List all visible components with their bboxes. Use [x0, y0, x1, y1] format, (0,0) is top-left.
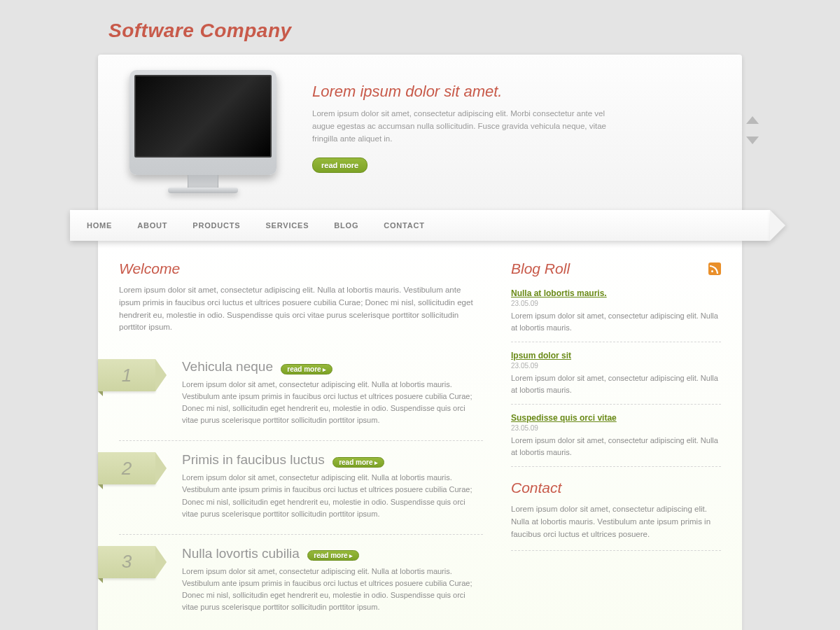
contact-title: Contact: [511, 479, 721, 496]
feature-item: 3 Nulla lovortis cubilia read more Lorem…: [119, 535, 483, 627]
feature-title: Nulla lovortis cubilia: [182, 546, 300, 561]
nav-blog[interactable]: BLOG: [334, 221, 358, 230]
blog-item: Suspedisse quis orci vitae 23.05.09 Lore…: [511, 409, 721, 467]
welcome-body: Lorem ipsum dolor sit amet, consectetur …: [119, 284, 483, 334]
contact-body: Lorem ipsum dolor sit amet, consectetur …: [511, 503, 721, 551]
blog-item-date: 23.05.09: [511, 424, 721, 432]
site-title: Software Company: [108, 20, 840, 42]
hero-body: Lorem ipsum dolor sit amet, consectetur …: [312, 108, 613, 145]
feature-read-more-button[interactable]: read more: [307, 550, 359, 561]
feature-body: Lorem ipsum dolor sit amet, consectetur …: [182, 379, 483, 426]
carousel-up-icon[interactable]: [746, 116, 759, 124]
feature-list: 1 Vehicula neque read more Lorem ipsum d…: [119, 348, 483, 627]
hero-read-more-button[interactable]: read more: [312, 158, 368, 173]
nav-services[interactable]: SERVICES: [265, 221, 309, 230]
feature-title: Vehicula neque: [182, 359, 273, 374]
feature-item: 2 Primis in faucibus luctus read more Lo…: [119, 441, 483, 534]
feature-number-flag: 2: [98, 452, 155, 484]
blog-item-link[interactable]: Ipsum dolor sit: [511, 351, 571, 360]
imac-illustration: [130, 70, 276, 193]
nav-contact[interactable]: CONTACT: [384, 221, 425, 230]
welcome-title: Welcome: [119, 260, 483, 277]
blog-item-body: Lorem ipsum dolor sit amet, consectetur …: [511, 435, 721, 458]
hero-panel: Lorem ipsum dolor sit amet. Lorem ipsum …: [98, 55, 742, 213]
nav-home[interactable]: HOME: [87, 221, 112, 230]
nav-about[interactable]: ABOUT: [137, 221, 167, 230]
feature-number-flag: 1: [98, 359, 155, 391]
blog-item-date: 23.05.09: [511, 300, 721, 307]
blog-roll-title: Blog Roll: [511, 260, 570, 277]
feature-number-flag: 3: [98, 546, 155, 578]
feature-body: Lorem ipsum dolor sit amet, consectetur …: [182, 566, 483, 613]
hero-heading: Lorem ipsum dolor sit amet.: [312, 83, 721, 101]
feature-read-more-button[interactable]: read more: [332, 457, 384, 468]
blog-item-date: 23.05.09: [511, 362, 721, 370]
blog-item-body: Lorem ipsum dolor sit amet, consectetur …: [511, 372, 721, 396]
sidebar: Blog Roll Nulla at lobortis mauris. 23.0…: [511, 260, 721, 627]
blog-item-link[interactable]: Nulla at lobortis mauris.: [511, 288, 607, 298]
blog-item-link[interactable]: Suspedisse quis orci vitae: [511, 413, 617, 423]
rss-icon[interactable]: [708, 262, 721, 275]
feature-read-more-button[interactable]: read more: [281, 364, 332, 374]
carousel-down-icon[interactable]: [746, 136, 759, 144]
feature-item: 1 Vehicula neque read more Lorem ipsum d…: [119, 348, 483, 441]
blog-item: Nulla at lobortis mauris. 23.05.09 Lorem…: [511, 284, 721, 342]
feature-body: Lorem ipsum dolor sit amet, consectetur …: [182, 472, 483, 519]
blog-item-body: Lorem ipsum dolor sit amet, consectetur …: [511, 310, 721, 333]
hero-image: [119, 70, 287, 193]
blog-item: Ipsum dolor sit 23.05.09 Lorem ipsum dol…: [511, 346, 721, 405]
main-column: Welcome Lorem ipsum dolor sit amet, cons…: [119, 260, 483, 627]
feature-title: Primis in faucibus luctus: [182, 452, 325, 468]
site-logo: Software Company: [0, 0, 840, 55]
carousel-nav: [746, 116, 760, 144]
nav-products[interactable]: PRODUCTS: [192, 221, 240, 230]
main-nav: HOME ABOUT PRODUCTS SERVICES BLOG CONTAC…: [70, 210, 770, 241]
